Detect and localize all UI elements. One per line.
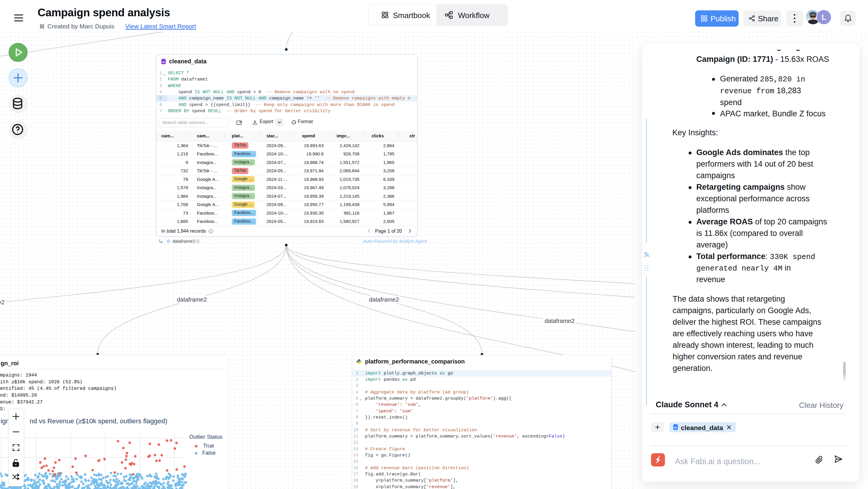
svg-text:SQL: SQL xyxy=(674,427,677,429)
svg-text:SQL: SQL xyxy=(162,61,165,63)
